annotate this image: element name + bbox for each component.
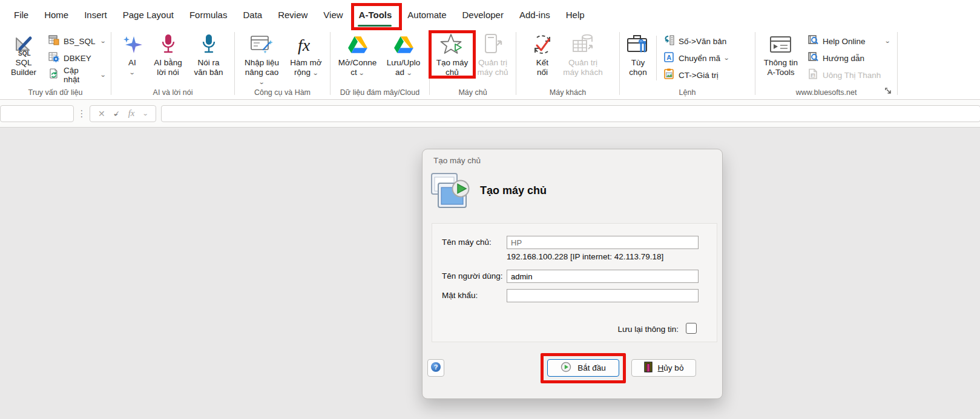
so-van-ban-button[interactable]: Số->Văn bản xyxy=(660,33,751,50)
dialog-launcher-icon[interactable] xyxy=(884,87,893,97)
ct-gia-tri-button[interactable]: CT->Giá trị xyxy=(660,67,751,83)
tab-a-tools[interactable]: A-Tools xyxy=(351,0,400,29)
tab-add-ins[interactable]: Add-ins xyxy=(511,0,558,29)
inner-divider xyxy=(656,36,657,80)
huong-dan-button[interactable]: Hướng dẫn xyxy=(804,50,893,67)
active-tab-underline xyxy=(358,25,392,27)
tab-formulas[interactable]: Formulas xyxy=(182,0,235,29)
quan-tri-may-khach-button: Quản trị máy khách xyxy=(561,31,605,77)
form-wand-icon xyxy=(250,33,274,57)
tab-help[interactable]: Help xyxy=(558,0,593,29)
ribbon-group-label: www.bluesofts.net xyxy=(755,85,897,99)
formula-bar: ⌄ ⋮ ✕ ✓ fx ⌄ xyxy=(0,100,980,128)
formula-input[interactable] xyxy=(161,105,980,122)
chuyen-ma-button[interactable]: A Chuyển mã ⌄ xyxy=(660,50,751,67)
formula-input-field[interactable] xyxy=(162,106,980,122)
quan-tri-may-chu-button: Quản trị máy chủ xyxy=(473,31,512,77)
device-upload-icon-disabled xyxy=(482,33,503,57)
server-name-input[interactable] xyxy=(507,236,699,249)
ribbon-group-label: Truy vấn dữ liệu xyxy=(0,85,111,99)
luu-upload-button[interactable]: Lưu/Upload ⌄ xyxy=(384,31,424,77)
tuy-chon-button[interactable]: Tùy chọn xyxy=(623,31,653,77)
ribbon-group-label: Máy chủ xyxy=(430,85,516,99)
chevron-down-icon[interactable]: ⌄ xyxy=(142,111,148,117)
tab-developer[interactable]: Developer xyxy=(455,0,511,29)
svg-text:A: A xyxy=(812,74,815,78)
ai-sparkle-icon xyxy=(122,33,143,57)
help-online-button[interactable]: Help Online ⌄ xyxy=(804,33,893,50)
mo-connect-button[interactable]: Mở/Connect ⌄ xyxy=(337,31,379,77)
username-input[interactable] xyxy=(507,270,699,283)
info-window-icon xyxy=(769,33,793,57)
help-button[interactable]: ? xyxy=(427,359,444,377)
play-circle-icon xyxy=(561,362,571,374)
chevron-down-icon: ⌄ xyxy=(129,70,136,76)
clipboard-value-icon xyxy=(663,68,675,82)
nhap-lieu-nang-cao-button[interactable]: Nhập liệu nâng cao ⌄ xyxy=(240,31,284,86)
tab-insert[interactable]: Insert xyxy=(76,0,115,29)
thong-tin-a-tools-button[interactable]: Thông tin A-Tools xyxy=(760,31,802,77)
microphone-pink-icon xyxy=(159,33,177,57)
ribbon-group-bluesofts: Thông tin A-Tools Help Online xyxy=(755,29,897,99)
excel-window: File Home Insert Page Layout Formulas Da… xyxy=(0,0,980,419)
ribbon-group-cong-cu-va-ham: Nhập liệu nâng cao ⌄ fx Hàm mở rộng ⌄ Cô… xyxy=(235,29,330,99)
ribbon-group-label: Dữ liệu đám mây/Cloud xyxy=(331,85,429,99)
svg-text:SQL: SQL xyxy=(18,50,31,57)
cap-nhat-button[interactable]: Cập nhật ⌄ xyxy=(45,67,108,83)
sql-builder-button[interactable]: SQL SQL Builder xyxy=(2,31,45,77)
tab-data[interactable]: Data xyxy=(235,0,270,29)
tab-review[interactable]: Review xyxy=(270,0,315,29)
microphone-blue-icon xyxy=(200,33,218,57)
ket-noi-button[interactable]: Kết nối xyxy=(530,31,554,77)
start-button-label: Bắt đầu xyxy=(577,363,606,372)
tab-home[interactable]: Home xyxy=(36,0,76,29)
name-box[interactable]: ⌄ xyxy=(0,105,74,122)
ai-button[interactable]: AI ⌄ xyxy=(119,31,146,76)
dialog-title-bar[interactable]: Tạo máy chủ xyxy=(423,149,722,165)
google-drive-icon xyxy=(393,33,414,57)
toolbox-icon xyxy=(626,33,650,57)
cancel-icon[interactable]: ✕ xyxy=(98,109,105,119)
refresh-document-icon xyxy=(48,68,60,82)
ribbon: SQL SQL Builder xyxy=(0,29,980,100)
svg-text:fx: fx xyxy=(298,36,311,54)
exit-door-icon xyxy=(644,362,654,374)
ribbon-group-label: Máy khách xyxy=(516,85,619,99)
chevron-down-icon: ⌄ xyxy=(99,72,106,78)
formula-bar-separator-dots: ⋮ xyxy=(77,108,87,119)
chevron-down-icon: ⌄ xyxy=(723,55,730,61)
tab-automate[interactable]: Automate xyxy=(400,0,454,29)
tao-may-chu-button[interactable]: Tạo máy chủ xyxy=(433,31,471,77)
dbkey-button[interactable]: DBKEY xyxy=(45,50,108,67)
start-button[interactable]: Bắt đầu xyxy=(547,359,619,377)
ribbon-group-truy-van-du-lieu: SQL SQL Builder xyxy=(0,29,111,99)
ai-bang-loi-noi-button[interactable]: AI bằng lời nói xyxy=(150,31,187,77)
save-info-checkbox[interactable] xyxy=(686,323,697,334)
encoding-a-icon: A xyxy=(663,51,675,65)
server-name-label: Tên máy chủ: xyxy=(442,238,492,247)
worksheet-canvas: Tạo máy chủ Tạo máy chủ Tên máy chủ: 192… xyxy=(0,128,980,419)
table-database-icon xyxy=(48,34,60,48)
ribbon-group-label: Lệnh xyxy=(620,85,755,99)
chevron-down-icon: ⌄ xyxy=(406,70,412,76)
google-drive-icon xyxy=(347,33,368,57)
dialog-form-panel: Tên máy chủ: 192.168.100.228 [IP interne… xyxy=(432,223,717,342)
tab-file[interactable]: File xyxy=(6,0,36,29)
cancel-button[interactable]: Hủy bỏ xyxy=(631,359,696,377)
password-input[interactable] xyxy=(507,289,699,302)
uong-thi-thanh-button: A Uông Thị Thanh xyxy=(804,67,893,83)
star-play-icon xyxy=(440,33,464,57)
tab-view[interactable]: View xyxy=(315,0,350,29)
insert-function-icon[interactable]: fx xyxy=(128,108,135,119)
ip-address-note: 192.168.100.228 [IP internet: 42.113.79.… xyxy=(507,252,663,261)
create-server-dialog: Tạo máy chủ Tạo máy chủ Tên máy chủ: 192… xyxy=(422,149,723,399)
sql-builder-icon: SQL xyxy=(12,33,36,57)
ham-mo-rong-button[interactable]: fx Hàm mở rộng ⌄ xyxy=(288,31,325,77)
tab-a-tools-label: A-Tools xyxy=(359,10,392,20)
ribbon-empty-space xyxy=(898,29,980,99)
ribbon-tab-bar: File Home Insert Page Layout Formulas Da… xyxy=(0,0,980,29)
bs-sql-button[interactable]: BS_SQL ⌄ xyxy=(45,33,108,50)
tab-page-layout[interactable]: Page Layout xyxy=(115,0,182,29)
noi-ra-van-ban-button[interactable]: Nói ra văn bản xyxy=(191,31,227,77)
sync-check-icon xyxy=(531,33,554,57)
